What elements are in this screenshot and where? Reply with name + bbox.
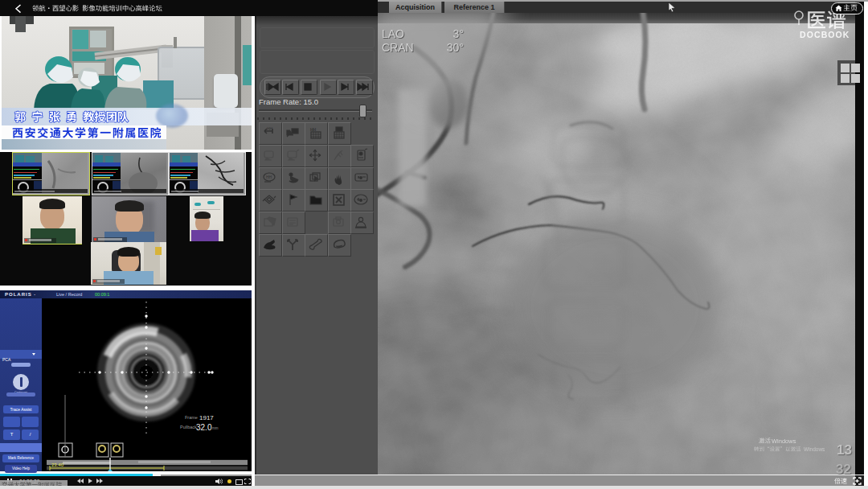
svg-text:Frame: Frame (185, 415, 198, 420)
svg-text:HH: HH (267, 126, 273, 131)
svg-text:Pullback: Pullback (180, 425, 197, 429)
svg-text:5 mm: 5 mm (145, 471, 155, 471)
svg-text:32.0: 32.0 (196, 423, 212, 432)
svg-text:23.40: 23.40 (51, 462, 64, 467)
svg-text:mm: mm (212, 426, 219, 430)
svg-text:HH: HH (310, 127, 317, 132)
svg-text:HH: HH (266, 175, 272, 179)
svg-text:1917: 1917 (199, 414, 214, 421)
